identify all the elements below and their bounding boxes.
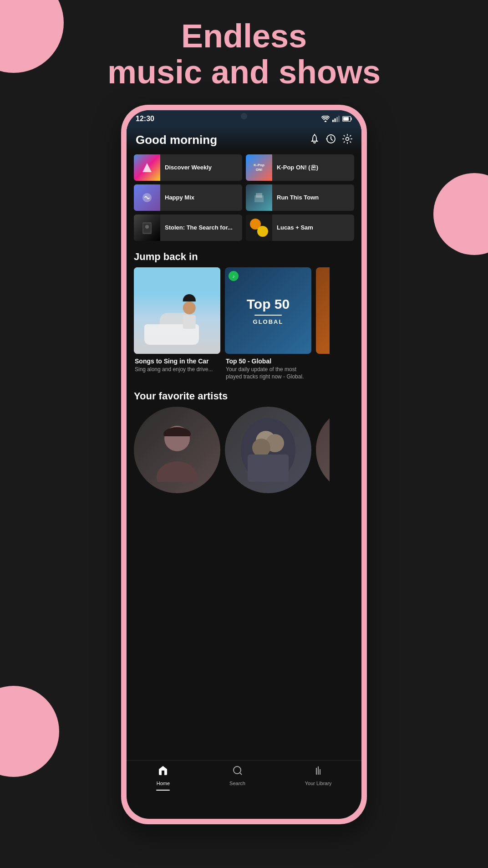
stolen-thumb [134, 214, 160, 241]
status-time: 12:30 [136, 115, 154, 123]
svg-point-25 [234, 766, 241, 774]
artist-card-partial[interactable] [316, 407, 330, 493]
blend-circle-yellow [257, 226, 268, 237]
artist-2-circle [225, 407, 311, 493]
camera-notch-area [241, 113, 247, 119]
top50-number: Top 50 [247, 296, 290, 312]
quick-access-grid: Discover Weekly K-PopON! K-Pop ON! (온) [127, 152, 361, 244]
svg-line-26 [239, 773, 241, 775]
bg-circle-bottomleft [0, 686, 59, 777]
run-this-town-label: Run This Town [277, 194, 319, 201]
phone-screen: 12:30 [127, 110, 361, 819]
lucas-sam-label: Lucas + Sam [277, 224, 313, 231]
home-active-indicator [156, 790, 170, 791]
svg-point-18 [157, 461, 198, 482]
discover-weekly-thumb [134, 154, 160, 181]
library-icon [313, 765, 324, 779]
bg-circle-topright [433, 173, 488, 255]
kpop-thumb: K-PopON! [246, 154, 272, 181]
partial-thumb [316, 267, 330, 354]
app-header: Good morning [127, 126, 361, 152]
svg-point-23 [252, 439, 270, 457]
bottom-nav: Home Search [127, 760, 361, 797]
jump-back-title: Jump back in [127, 244, 361, 267]
greeting-text: Good morning [136, 133, 217, 147]
stolen-label: Stolen: The Search for... [165, 224, 233, 231]
history-icon[interactable] [326, 134, 336, 147]
run-this-town-thumb [246, 184, 272, 211]
artist-card-1[interactable] [134, 407, 220, 493]
quick-item-happy-mix[interactable]: Happy Mix [134, 184, 242, 211]
kpop-label: K-Pop ON! (온) [277, 164, 318, 171]
quick-item-stolen[interactable]: Stolen: The Search for... [134, 214, 242, 241]
wifi-icon [321, 116, 330, 122]
top50-subtitle: GLOBAL [253, 318, 284, 325]
hero-title: Endless music and shows [0, 18, 488, 90]
nav-home[interactable]: Home [156, 765, 170, 791]
library-label: Your Library [305, 781, 332, 786]
favorite-artists-section: Your favorite artists [127, 383, 361, 493]
status-bar: 12:30 [127, 110, 361, 126]
svg-marker-10 [142, 163, 152, 172]
favorite-artists-title: Your favorite artists [127, 383, 361, 407]
top50-thumb: ♪ Top 50 GLOBAL [225, 267, 311, 354]
svg-rect-2 [335, 118, 336, 122]
top50-divider [254, 315, 282, 316]
top50-card-title: Top 50 - Global [225, 357, 311, 365]
settings-gear-icon[interactable] [342, 134, 352, 147]
songs-car-desc: Sing along and enjoy the drive... [134, 366, 220, 373]
search-label: Search [229, 781, 245, 786]
playlist-card-top50[interactable]: ♪ Top 50 GLOBAL Top 50 - Global Your dai… [225, 267, 311, 380]
hero-section: Endless music and shows [0, 18, 488, 90]
playlist-card-partial[interactable] [316, 267, 330, 380]
artist-card-2[interactable] [225, 407, 311, 493]
quick-item-discover-weekly[interactable]: Discover Weekly [134, 154, 242, 181]
signal-icon [332, 116, 340, 122]
home-icon [158, 765, 168, 779]
songs-car-title: Songs to Sing in the Car [134, 357, 220, 365]
camera-dot [241, 113, 247, 119]
happy-mix-thumb [134, 184, 160, 211]
quick-item-run-this-town[interactable]: Run This Town [246, 184, 354, 211]
car-scene [134, 267, 220, 354]
jump-back-section: Jump back in ♪ [127, 244, 361, 383]
phone-frame: 12:30 [121, 105, 367, 824]
artists-scroll[interactable] [127, 407, 361, 493]
notification-bell-icon[interactable] [310, 134, 320, 147]
artist-1-circle [134, 407, 220, 493]
svg-rect-4 [338, 116, 340, 122]
nav-library[interactable]: Your Library [305, 765, 332, 791]
songs-car-thumb: ♪ [134, 267, 220, 354]
svg-rect-6 [343, 117, 349, 121]
nav-search[interactable]: Search [229, 765, 245, 791]
playlist-card-songs-car[interactable]: ♪ [134, 267, 220, 380]
svg-point-9 [346, 137, 349, 140]
svg-rect-24 [248, 454, 289, 482]
discover-weekly-label: Discover Weekly [165, 164, 212, 171]
lucas-sam-thumb [246, 214, 272, 241]
status-icons [321, 116, 352, 122]
home-label: Home [157, 781, 170, 786]
svg-rect-1 [332, 120, 334, 122]
quick-item-lucas-sam[interactable]: Lucas + Sam [246, 214, 354, 241]
top50-card-desc: Your daily update of the most played tra… [225, 366, 311, 380]
happy-mix-label: Happy Mix [165, 194, 194, 201]
battery-icon [342, 116, 352, 122]
app-content: Good morning [127, 126, 361, 797]
svg-rect-3 [336, 117, 338, 122]
jump-back-scroll[interactable]: ♪ [127, 267, 361, 383]
search-icon [232, 765, 243, 779]
svg-rect-13 [256, 193, 262, 198]
quick-item-kpop[interactable]: K-PopON! K-Pop ON! (온) [246, 154, 354, 181]
spotify-badge-top50: ♪ [229, 271, 239, 281]
svg-point-0 [325, 121, 326, 122]
svg-point-16 [145, 225, 149, 229]
person-figure [183, 301, 195, 329]
header-icons [310, 134, 352, 147]
